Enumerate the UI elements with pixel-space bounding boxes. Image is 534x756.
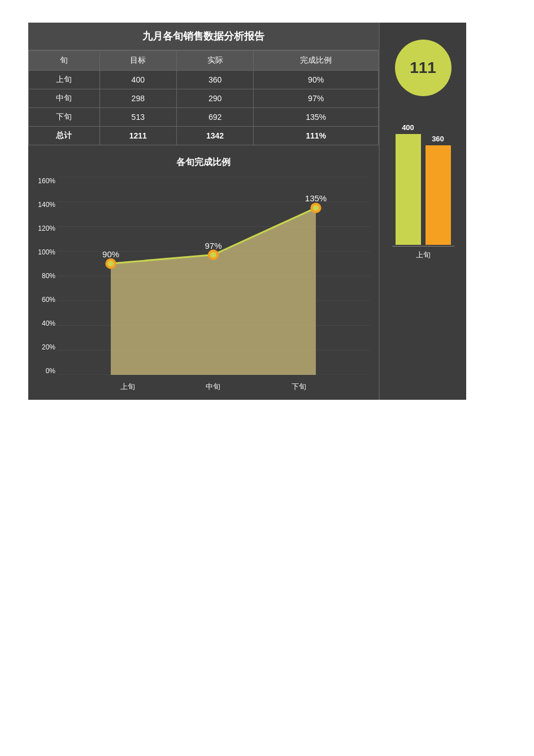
table-cell-0-0: 上旬 xyxy=(29,71,100,89)
bars-wrapper: 400 360 xyxy=(396,120,451,245)
table-cell-1-3: 97% xyxy=(254,89,379,108)
bar-baseline xyxy=(392,246,454,247)
svg-text:135%: 135% xyxy=(305,194,327,203)
table-cell-3-2: 1342 xyxy=(176,127,253,145)
table-cell-1-0: 中旬 xyxy=(29,89,100,108)
table-cell-2-1: 513 xyxy=(99,108,176,127)
table-cell-0-3: 90% xyxy=(254,71,379,89)
data-table: 旬 目标 实际 完成比例 上旬40036090%中旬29829097%下旬513… xyxy=(28,50,379,145)
table-cell-1-2: 290 xyxy=(176,89,253,108)
x-label-lower: 下旬 xyxy=(292,382,306,392)
target-bar-item: 400 xyxy=(396,123,421,245)
table-cell-3-0: 总计 xyxy=(29,127,100,145)
table-row: 总计12111342111% xyxy=(29,127,379,145)
line-chart-svg: 90% 97% 135% xyxy=(57,177,370,375)
target-bar-rect xyxy=(396,134,421,245)
table-cell-3-3: 111% xyxy=(254,127,379,145)
chart-container: 各旬完成比例 160% 140% 120% 100% 80% 60% 40% 2… xyxy=(28,145,379,400)
bar-x-label: 上旬 xyxy=(416,250,431,260)
chart-area: 160% 140% 120% 100% 80% 60% 40% 20% 0% xyxy=(57,177,370,392)
svg-point-14 xyxy=(210,252,216,257)
actual-bar-item: 360 xyxy=(426,135,451,245)
svg-text:90%: 90% xyxy=(102,250,119,259)
col-header-actual: 实际 xyxy=(176,51,253,71)
completion-number: 111 xyxy=(410,59,436,77)
table-cell-2-3: 135% xyxy=(254,108,379,127)
actual-bar-rect xyxy=(426,145,451,245)
right-section: 111 400 360 上旬 xyxy=(379,23,466,400)
col-header-ratio: 完成比例 xyxy=(254,51,379,71)
x-axis-labels: 上旬 中旬 下旬 xyxy=(57,382,370,392)
bar-label-row: 上旬 xyxy=(387,250,460,260)
chart-title: 各旬完成比例 xyxy=(37,157,370,169)
y-label-20: 20% xyxy=(34,343,55,351)
svg-point-13 xyxy=(108,261,114,266)
table-cell-0-2: 360 xyxy=(176,71,253,89)
table-cell-1-1: 298 xyxy=(99,89,176,108)
x-label-mid: 中旬 xyxy=(206,382,220,392)
y-label-100: 100% xyxy=(34,248,55,256)
right-bar-chart: 400 360 上旬 xyxy=(387,119,460,260)
y-label-40: 40% xyxy=(34,319,55,327)
table-cell-2-0: 下旬 xyxy=(29,108,100,127)
svg-marker-9 xyxy=(111,208,316,375)
chart-inner: 90% 97% 135% xyxy=(57,177,370,375)
y-label-60: 60% xyxy=(34,296,55,304)
svg-text:97%: 97% xyxy=(205,241,222,250)
y-axis-labels: 160% 140% 120% 100% 80% 60% 40% 20% 0% xyxy=(34,177,55,375)
completion-circle: 111 xyxy=(395,40,451,96)
y-label-160: 160% xyxy=(34,177,55,185)
target-bar-value: 400 xyxy=(402,123,414,132)
table-cell-0-1: 400 xyxy=(99,71,176,89)
table-row: 中旬29829097% xyxy=(29,89,379,108)
x-label-upper: 上旬 xyxy=(120,382,135,392)
col-header-target: 目标 xyxy=(99,51,176,71)
table-row: 下旬513692135% xyxy=(29,108,379,127)
y-label-0: 0% xyxy=(34,367,55,375)
col-header-period: 旬 xyxy=(29,51,100,71)
page-container: 九月各旬销售数据分析报告 旬 目标 实际 完成比例 上旬40036090%中旬2… xyxy=(0,0,534,756)
table-row: 上旬40036090% xyxy=(29,71,379,89)
table-cell-3-1: 1211 xyxy=(99,127,176,145)
report-title: 九月各旬销售数据分析报告 xyxy=(28,23,379,50)
y-label-80: 80% xyxy=(34,272,55,280)
main-panel: 九月各旬销售数据分析报告 旬 目标 实际 完成比例 上旬40036090%中旬2… xyxy=(28,23,506,400)
y-label-120: 120% xyxy=(34,224,55,232)
table-cell-2-2: 692 xyxy=(176,108,253,127)
left-section: 九月各旬销售数据分析报告 旬 目标 实际 完成比例 上旬40036090%中旬2… xyxy=(28,23,379,400)
svg-point-15 xyxy=(313,205,319,211)
y-label-140: 140% xyxy=(34,201,55,209)
actual-bar-value: 360 xyxy=(432,135,444,143)
